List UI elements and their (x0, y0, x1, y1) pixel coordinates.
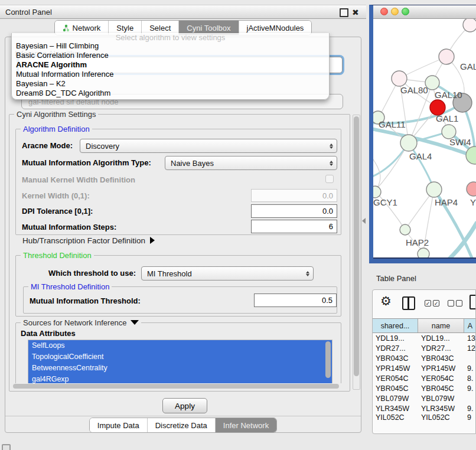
table-row[interactable]: YBR043CYBR043C (373, 353, 476, 363)
network-node[interactable] (418, 248, 429, 257)
table-row[interactable]: YDR27...YDR27...12 (373, 343, 476, 353)
mi-threshold-label: Mutual Information Threshold: (30, 296, 141, 305)
table-row[interactable]: YBL079WYBL079W (373, 393, 476, 403)
mi-steps-field[interactable]: 6 (251, 220, 337, 233)
network-node-gcy1[interactable] (373, 186, 381, 198)
cyni-toolbox-panel: Inference Algorithm gal-filtered sif def… (5, 37, 361, 433)
mi-threshold-definition-group: MI Threshold Definition Mutual Informati… (23, 286, 337, 314)
algorithm-option-selected[interactable]: ARACNE Algorithm (12, 60, 329, 70)
threshold-definition-title: Threshold Definition (21, 251, 94, 260)
kernel-width-field[interactable]: 0.0 (251, 189, 337, 202)
node-table: shared... name A YDL19...YDL19...13 YDR2… (373, 318, 476, 421)
deselect-all-columns-icon[interactable] (448, 300, 462, 306)
tab-discretize-data[interactable]: Discretize Data (148, 418, 216, 432)
list-scrollbar[interactable] (325, 341, 331, 378)
network-node-gal4[interactable] (400, 135, 417, 151)
node-label: HAP4 (435, 197, 458, 207)
select-all-columns-icon[interactable]: ✓✓ (425, 300, 439, 306)
list-item[interactable]: SelfLoops (28, 340, 332, 351)
network-node-y[interactable] (467, 182, 476, 196)
aracne-mode-select[interactable]: Discovery (80, 139, 337, 153)
hub-definition-expander[interactable]: Hub/Transcription Factor Definition (22, 236, 155, 245)
table-row[interactable]: YLR345WYLR345W9. (373, 403, 476, 413)
table-panel: ⚙ ✓✓ shared... name A YDL19...YDL19...13… (372, 289, 476, 434)
mi-threshold-definition-title: MI Threshold Definition (28, 282, 112, 291)
combo-stepper-icon (306, 267, 309, 280)
algorithm-option[interactable]: Bayesian – K2 (12, 79, 329, 89)
table-toolbar: ⚙ ✓✓ (373, 290, 475, 318)
table-row[interactable]: YER054CYER054C8. (373, 373, 476, 383)
mi-type-select[interactable]: Naive Bayes (165, 156, 337, 170)
tab-impute-data[interactable]: Impute Data (90, 418, 148, 432)
network-icon (63, 24, 70, 32)
network-node-hap2[interactable] (400, 224, 410, 235)
combo-stepper-icon (330, 139, 333, 152)
mi-threshold-field[interactable]: 0.5 (254, 294, 337, 307)
algorithm-dropdown: Select algorithm to view settings Bayesi… (11, 33, 330, 100)
apply-button[interactable]: Apply (162, 398, 207, 413)
node-label: GAL11 (379, 119, 406, 129)
node-label: GCY1 (373, 197, 397, 207)
minimize-traffic-light-icon[interactable] (391, 8, 399, 15)
table-row[interactable]: YBR045CYBR045C9. (373, 383, 476, 393)
dpi-tolerance-field[interactable]: 0.0 (251, 204, 337, 218)
close-icon[interactable]: ✖ (352, 8, 359, 17)
network-node-hap4[interactable] (426, 182, 442, 197)
control-panel-titlebar: Control Panel ✖ (0, 5, 366, 19)
columns-icon[interactable] (402, 296, 415, 310)
algorithm-definition-group: Algorithm Definition Aracne Mode: Discov… (15, 129, 341, 235)
column-header-shared-name[interactable]: shared... (373, 319, 418, 332)
zoom-traffic-light-icon[interactable] (402, 8, 409, 15)
table-header-row: shared... name A (373, 318, 476, 333)
gear-icon[interactable]: ⚙ (380, 294, 392, 308)
which-threshold-label: Which threshold to use: (48, 269, 136, 278)
node-label: SWI4 (449, 137, 471, 147)
settings-horizontal-scrollbar[interactable] (12, 383, 345, 389)
network-canvas[interactable]: GAL GAL80 GAL10 GAL1 GAL11 SWI4 GAL4 GCY… (373, 19, 476, 259)
node-label: GAL (460, 61, 476, 71)
algorithm-option[interactable]: Dream8 DC_TDC Algorithm (12, 89, 329, 98)
manual-kernel-checkbox[interactable] (325, 175, 334, 183)
data-attributes-list[interactable]: SelfLoops TopologicalCoefficient Between… (28, 340, 332, 386)
algorithm-option[interactable]: Basic Correlation Inference (12, 51, 329, 60)
tab-network-label: Network (73, 24, 101, 32)
sources-group: Sources for Network Inference Data Attri… (15, 322, 341, 385)
which-threshold-select[interactable]: MI Threshold (141, 266, 314, 281)
network-window-titlebar[interactable] (373, 5, 476, 19)
table-row[interactable]: YPR145WYPR145W9. (373, 363, 476, 373)
algorithm-dropdown-placeholder: Select algorithm to view settings (12, 34, 329, 41)
algorithm-definition-title: Algorithm Definition (21, 125, 92, 133)
network-node-gal[interactable] (439, 49, 454, 64)
table-row[interactable]: YDL19...YDL19...13 (373, 333, 476, 343)
table-row[interactable]: YIL052CYIL052C9 (373, 413, 476, 421)
sources-title-toggle[interactable]: Sources for Network Inference (21, 318, 141, 327)
column-header-name[interactable]: name (418, 319, 464, 332)
settings-vertical-scrollbar[interactable] (353, 115, 360, 390)
network-node[interactable] (463, 19, 476, 32)
split-pane-collapse-handle[interactable] (362, 218, 366, 224)
column-header-partial[interactable]: A (464, 319, 476, 332)
mi-steps-label: Mutual Information Steps: (22, 223, 116, 231)
control-panel-title: Control Panel (5, 8, 52, 17)
list-item[interactable]: BetweennessCentrality (28, 363, 332, 374)
tab-infer-network[interactable]: Infer Network (216, 418, 276, 432)
expander-arrow-down-icon (131, 320, 139, 325)
expander-arrow-right-icon (150, 237, 155, 244)
kernel-width-label: Kernel Width (0,1): (22, 191, 90, 200)
network-node-gal80[interactable] (392, 71, 407, 86)
minimized-panel-icon[interactable] (2, 444, 11, 450)
algorithm-option[interactable]: Mutual Information Inference (12, 70, 329, 79)
threshold-definition-group: Threshold Definition Which threshold to … (15, 255, 341, 317)
cyni-algorithm-settings-group: Cyni Algorithm Settings Algorithm Defini… (9, 114, 350, 392)
node-label: GAL80 (400, 85, 428, 95)
algorithm-option[interactable]: Bayesian – Hill Climbing (12, 41, 329, 51)
list-item[interactable]: TopologicalCoefficient (28, 351, 332, 363)
hub-definition-label: Hub/Transcription Factor Definition (22, 236, 145, 245)
node-label: Y (470, 197, 476, 207)
panel-divider-line (5, 416, 361, 416)
float-window-icon[interactable] (340, 8, 348, 17)
bottom-tabbar: Impute Data Discretize Data Infer Networ… (5, 418, 361, 433)
close-traffic-light-icon[interactable] (380, 8, 388, 15)
new-table-icon[interactable] (470, 295, 476, 309)
mi-type-label: Mutual Information Algorithm Type: (22, 158, 151, 167)
